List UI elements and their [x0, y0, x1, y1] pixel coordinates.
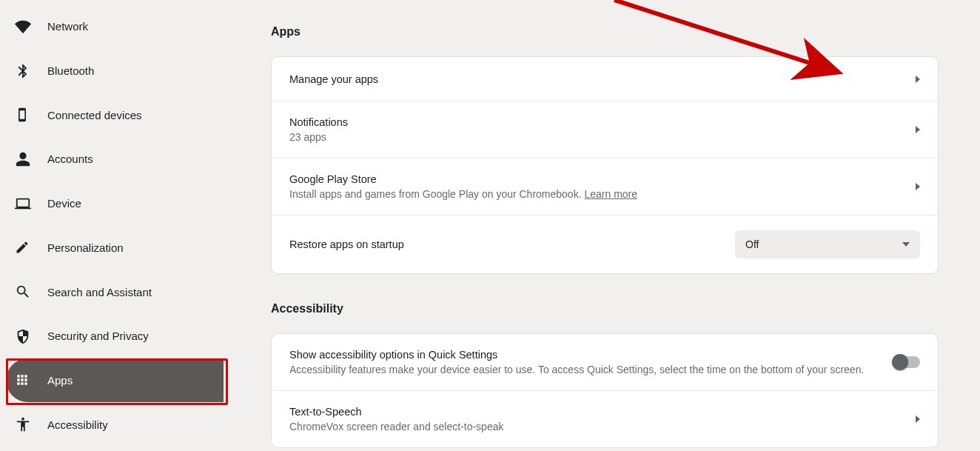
settings-main: Apps Manage your apps Notifications 23 a… — [229, 0, 980, 451]
sidebar-item-label: Bluetooth — [47, 64, 94, 77]
person-icon — [15, 151, 47, 167]
search-icon — [15, 284, 47, 300]
chevron-right-icon — [916, 415, 920, 423]
sidebar-item-label: Network — [47, 20, 88, 33]
row-notifications[interactable]: Notifications 23 apps — [272, 101, 938, 158]
sidebar-item-network[interactable]: Network — [6, 4, 224, 49]
row-text-to-speech[interactable]: Text-to-Speech ChromeVox screen reader a… — [272, 391, 938, 447]
chevron-right-icon — [916, 126, 920, 133]
toggle-knob — [892, 354, 908, 370]
accessibility-card: Show accessibility options in Quick Sett… — [271, 333, 939, 448]
row-title: Text-to-Speech — [289, 406, 916, 418]
sidebar-item-accounts[interactable]: Accounts — [6, 137, 224, 181]
phone-icon — [15, 107, 47, 123]
bluetooth-icon — [15, 63, 47, 79]
laptop-icon — [15, 196, 47, 212]
row-subtitle-text: Install apps and games from Google Play … — [289, 188, 584, 200]
section-title-apps: Apps — [271, 25, 939, 39]
row-restore-apps-on-startup: Restore apps on startup Off — [272, 216, 938, 273]
row-subtitle: Accessibility features make your device … — [289, 364, 893, 375]
apps-card: Manage your apps Notifications 23 apps G… — [271, 56, 939, 274]
apps-grid-icon — [15, 373, 47, 387]
row-manage-your-apps[interactable]: Manage your apps — [272, 57, 938, 101]
chevron-right-icon — [916, 183, 920, 190]
sidebar-item-security-privacy[interactable]: Security and Privacy — [6, 314, 224, 358]
shield-icon — [15, 328, 47, 344]
dropdown-value: Off — [745, 238, 759, 250]
chevron-down-icon — [902, 242, 910, 247]
row-title: Google Play Store — [289, 173, 916, 185]
learn-more-link[interactable]: Learn more — [584, 188, 637, 200]
row-title: Show accessibility options in Quick Sett… — [289, 349, 893, 361]
chevron-right-icon — [916, 76, 920, 83]
sidebar-item-label: Accounts — [47, 153, 93, 165]
sidebar-item-label: Search and Assistant — [47, 286, 152, 298]
row-title: Restore apps on startup — [289, 238, 735, 250]
sidebar-item-label: Apps — [47, 374, 73, 387]
row-title: Manage your apps — [289, 73, 916, 85]
wifi-icon — [15, 19, 47, 35]
sidebar-item-label: Connected devices — [47, 109, 142, 121]
sidebar-item-search-assistant[interactable]: Search and Assistant — [6, 270, 224, 314]
sidebar-item-apps[interactable]: Apps — [6, 358, 224, 403]
row-title: Notifications — [289, 116, 916, 128]
sidebar-item-personalization[interactable]: Personalization — [6, 226, 224, 270]
row-subtitle: ChromeVox screen reader and select-to-sp… — [289, 421, 916, 432]
sidebar-item-label: Security and Privacy — [47, 330, 149, 342]
settings-sidebar: Network Bluetooth Connected devices Acco… — [0, 0, 229, 451]
sidebar-item-device[interactable]: Device — [6, 181, 224, 226]
section-title-accessibility: Accessibility — [271, 302, 939, 315]
sidebar-item-accessibility[interactable]: Accessibility — [6, 402, 224, 447]
sidebar-item-bluetooth[interactable]: Bluetooth — [6, 49, 224, 93]
row-subtitle: 23 apps — [289, 131, 916, 143]
sidebar-item-label: Device — [47, 197, 81, 210]
pencil-icon — [15, 240, 47, 255]
row-google-play-store[interactable]: Google Play Store Install apps and games… — [272, 158, 938, 216]
row-quick-settings-a11y: Show accessibility options in Quick Sett… — [272, 334, 938, 391]
sidebar-item-connected-devices[interactable]: Connected devices — [6, 93, 224, 137]
sidebar-item-label: Personalization — [47, 241, 124, 254]
sidebar-item-label: Accessibility — [47, 418, 108, 431]
row-subtitle: Install apps and games from Google Play … — [289, 188, 916, 200]
a11y-quick-settings-toggle[interactable] — [893, 356, 920, 368]
accessibility-icon — [15, 416, 47, 432]
restore-apps-dropdown[interactable]: Off — [735, 230, 920, 258]
